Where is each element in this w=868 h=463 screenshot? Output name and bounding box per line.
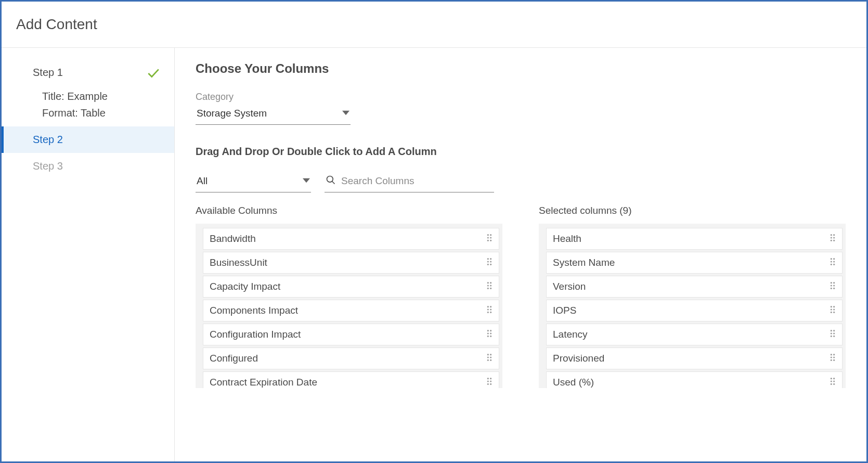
caret-down-icon — [342, 108, 349, 119]
selected-column-item-label: Health — [553, 233, 581, 245]
svg-point-58 — [831, 285, 832, 286]
drag-handle-icon[interactable] — [486, 329, 493, 340]
svg-point-62 — [831, 306, 832, 307]
available-column-item[interactable]: BusinessUnit — [203, 252, 499, 274]
svg-point-26 — [487, 330, 489, 331]
available-columns-list[interactable]: BandwidthBusinessUnitCapacity ImpactComp… — [196, 224, 502, 388]
svg-point-16 — [487, 285, 489, 286]
search-wrap — [325, 173, 494, 192]
selected-column-item[interactable]: Used (%) — [546, 371, 843, 388]
svg-point-60 — [831, 288, 832, 289]
selected-column-item[interactable]: Health — [546, 228, 843, 250]
svg-point-79 — [833, 359, 835, 361]
available-column-item-label: Components Impact — [210, 305, 298, 316]
selected-column-item[interactable]: Provisioned — [546, 348, 843, 369]
svg-point-8 — [487, 258, 489, 260]
svg-point-12 — [487, 264, 489, 265]
selected-column-item-label: Used (%) — [553, 377, 594, 388]
category-select[interactable]: Storage System — [196, 105, 351, 125]
svg-point-4 — [487, 237, 489, 238]
available-column-item[interactable]: Components Impact — [203, 300, 499, 321]
selected-column-item[interactable]: Version — [546, 276, 843, 298]
svg-point-18 — [487, 288, 489, 289]
wizard-step-2-label: Step 2 — [33, 134, 63, 145]
available-column-item[interactable]: Contract Expiration Date — [203, 371, 499, 388]
drag-handle-icon[interactable] — [830, 353, 836, 364]
svg-point-47 — [833, 237, 835, 238]
available-column-item[interactable]: Configured — [203, 348, 499, 369]
available-columns-panel: Available Columns BandwidthBusinessUnitC… — [196, 205, 502, 388]
svg-point-40 — [487, 380, 489, 382]
svg-point-29 — [490, 332, 491, 334]
svg-point-23 — [490, 308, 491, 310]
filter-select[interactable]: All — [196, 173, 311, 192]
svg-point-64 — [831, 308, 832, 310]
drag-handle-icon[interactable] — [486, 257, 493, 268]
svg-point-24 — [487, 312, 489, 313]
available-column-item[interactable]: Capacity Impact — [203, 276, 499, 298]
svg-point-17 — [490, 285, 491, 286]
wizard-step-2[interactable]: Step 2 — [2, 126, 174, 153]
wizard-step-1[interactable]: Step 1 — [2, 59, 174, 86]
selected-column-item-label: System Name — [553, 257, 615, 268]
drag-handle-icon[interactable] — [830, 257, 836, 268]
svg-point-13 — [490, 264, 491, 265]
available-column-item-label: BusinessUnit — [210, 257, 267, 268]
selected-column-item[interactable]: System Name — [546, 252, 843, 274]
svg-point-10 — [487, 261, 489, 262]
drag-handle-icon[interactable] — [830, 281, 836, 292]
svg-point-28 — [487, 332, 489, 334]
svg-point-56 — [831, 282, 832, 284]
drag-handle-icon[interactable] — [486, 233, 493, 245]
wizard-step-1-label: Step 1 — [33, 67, 63, 78]
svg-point-2 — [487, 234, 489, 236]
svg-point-46 — [831, 237, 832, 238]
svg-point-9 — [490, 258, 491, 260]
instructions-text: Drag And Drop Or Double Click to Add A C… — [196, 146, 846, 158]
drag-handle-icon[interactable] — [830, 305, 836, 316]
selected-column-item[interactable]: Latency — [546, 324, 843, 345]
selected-columns-list[interactable]: HealthSystem NameVersionIOPSLatencyProvi… — [539, 224, 846, 388]
svg-point-70 — [831, 332, 832, 334]
svg-point-66 — [831, 312, 832, 313]
svg-point-54 — [831, 264, 832, 265]
svg-point-74 — [831, 354, 832, 355]
wizard-step-3-label: Step 3 — [33, 160, 63, 172]
drag-handle-icon[interactable] — [486, 281, 493, 292]
svg-point-41 — [490, 380, 491, 382]
svg-point-22 — [487, 308, 489, 310]
filter-row: All — [196, 173, 846, 192]
selected-column-item[interactable]: IOPS — [546, 300, 843, 321]
svg-point-78 — [831, 359, 832, 361]
drag-handle-icon[interactable] — [830, 233, 836, 245]
wizard-step-3[interactable]: Step 3 — [2, 153, 174, 179]
svg-point-20 — [487, 306, 489, 307]
svg-point-73 — [833, 336, 835, 337]
search-columns-input[interactable] — [341, 175, 493, 187]
svg-point-77 — [833, 356, 835, 358]
drag-handle-icon[interactable] — [486, 353, 493, 364]
drag-handle-icon[interactable] — [486, 305, 493, 316]
drag-handle-icon[interactable] — [486, 377, 493, 388]
drag-handle-icon[interactable] — [830, 377, 836, 388]
svg-point-68 — [831, 330, 832, 331]
search-icon — [326, 175, 336, 187]
svg-point-21 — [490, 306, 491, 307]
available-column-item[interactable]: Configuration Impact — [203, 324, 499, 345]
svg-point-76 — [831, 356, 832, 358]
step-1-title-line: Title: Example — [42, 88, 165, 105]
svg-point-38 — [487, 378, 489, 379]
drag-handle-icon[interactable] — [830, 329, 836, 340]
available-column-item[interactable]: Bandwidth — [203, 228, 499, 250]
svg-point-31 — [490, 336, 491, 337]
wizard-sidebar: Step 1 Title: Example Format: Table Step… — [2, 48, 175, 461]
svg-point-44 — [831, 234, 832, 236]
add-content-dialog: Add Content Step 1 Title: Example Format… — [0, 0, 868, 463]
svg-point-50 — [831, 258, 832, 260]
wizard-step-1-detail: Title: Example Format: Table — [2, 86, 174, 126]
svg-point-5 — [490, 237, 491, 238]
svg-point-55 — [833, 264, 835, 265]
svg-point-32 — [487, 354, 489, 355]
svg-point-35 — [490, 356, 491, 358]
selected-column-item-label: Version — [553, 281, 586, 292]
